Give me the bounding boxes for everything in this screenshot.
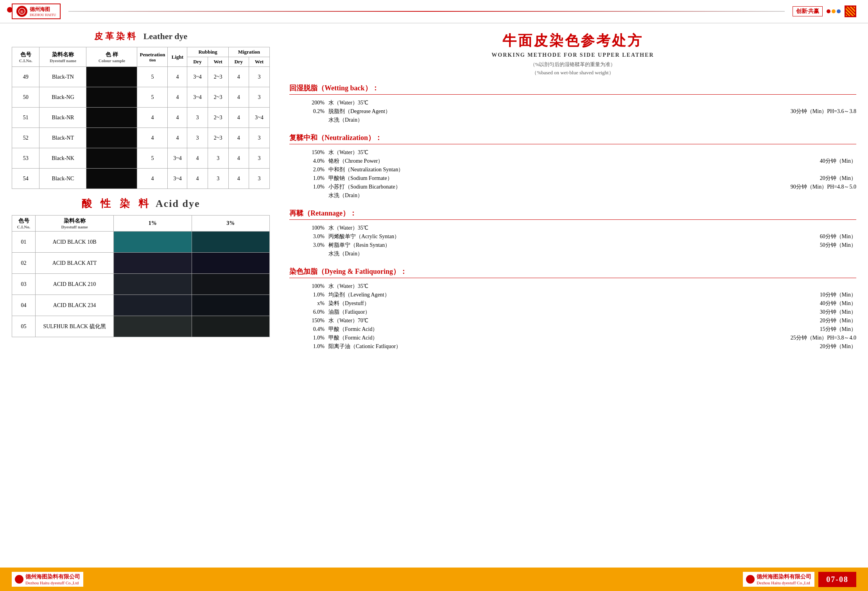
acid-cell-color3 xyxy=(192,253,270,274)
cell-name: Black-NG xyxy=(39,87,86,108)
acid-cell-name: ACID BLACK 210 xyxy=(36,274,114,295)
logo-text-block: 德州海图 DEZHOU HAITU xyxy=(30,6,56,17)
recipe-time: 50分钟（Min） xyxy=(755,242,856,249)
recipe-row: 0.2% 脱脂剂（Degrease Agent） 30分钟（Min）PH=3.6… xyxy=(297,108,856,115)
leather-dye-title: 皮革染料 Leather dye xyxy=(12,31,270,42)
footer-cn-left: 德州海图染料有限公司 xyxy=(25,573,80,580)
side-upper-title-en: WORKING METHODE FOR SIDE UPPER LEATHER xyxy=(289,52,856,58)
recipe-pct: 2.0% xyxy=(297,167,325,173)
recipe-pct: 4.0% xyxy=(297,158,325,164)
footer-cn-right: 德州海图染料有限公司 xyxy=(757,573,811,580)
cell-id: 50 xyxy=(12,87,39,108)
cell-mig-dry: 4 xyxy=(228,128,249,148)
recipe-row: 4.0% 铬粉（Chrome Power） 40分钟（Min） xyxy=(297,158,856,165)
recipe-desc: 水洗（Drain） xyxy=(328,117,755,124)
recipe-desc: 水（Water）35℃ xyxy=(328,283,755,290)
dot-red xyxy=(827,9,830,13)
recipe-time: 40分钟（Min） xyxy=(755,300,856,307)
recipe-pct: 150% xyxy=(297,318,325,324)
recipe-section-title: 染色加脂（Dyeing & Fatliquoring）： xyxy=(289,267,856,278)
th-rub-dry: Dry xyxy=(187,57,208,67)
footer-left: 德州海图染料有限公司 Dezhou Haitu dyestuff Co.,Ltd xyxy=(12,572,83,587)
acid-dye-section: 酸 性 染 料 Acid dye 色号 C.I.No. 染料名称 Dyestuf… xyxy=(12,197,270,337)
acid-cell-color1 xyxy=(114,295,192,316)
recipe-time: 20分钟（Min） xyxy=(755,343,856,350)
recipe-desc: 甲酸（Formic Acid） xyxy=(328,326,755,333)
cell-color-sample xyxy=(86,169,137,189)
cell-rub-wet: 3 xyxy=(208,169,228,189)
footer-right: 德州海图染料有限公司 Dezhou Haitu dyestuff Co.,Ltd… xyxy=(743,572,856,587)
recipe-desc: 甲酸钠（Sodium Formate） xyxy=(328,175,755,182)
header: 图 德州海图 DEZHOU HAITU 创新·共赢 xyxy=(0,0,868,23)
footer: 德州海图染料有限公司 Dezhou Haitu dyestuff Co.,Ltd… xyxy=(0,568,868,591)
cell-penetration: 5 xyxy=(137,87,168,108)
acid-cell-id: 03 xyxy=(12,274,36,295)
cell-id: 53 xyxy=(12,148,39,169)
cell-mig-dry: 4 xyxy=(228,148,249,169)
acid-th-1pct: 1% xyxy=(114,216,192,232)
acid-table-row: 02 ACID BLACK ATT xyxy=(12,253,270,274)
recipe-sections: 回湿脱脂（Wetting back）： 200% 水（Water）35℃ 0.2… xyxy=(289,83,856,353)
recipe-row: 1.0% 甲酸钠（Sodium Formate） 20分钟（Min） xyxy=(297,175,856,182)
recipe-desc: 铬粉（Chrome Power） xyxy=(328,158,755,165)
cell-color-sample xyxy=(86,148,137,169)
th-rubbing: Rubbing xyxy=(187,47,228,57)
recipe-row: 3.0% 丙烯酸单宁（Acrylic Syntan） 60分钟（Min） xyxy=(297,233,856,240)
recipe-time: 10分钟（Min） xyxy=(755,291,856,298)
recipe-time: 20分钟（Min） xyxy=(755,317,856,324)
right-section: 牛面皮染色参考处方 WORKING METHODE FOR SIDE UPPER… xyxy=(270,27,856,564)
dot-orange xyxy=(832,9,836,13)
recipe-pct: 0.4% xyxy=(297,326,325,332)
recipe-desc: 水洗（Drain） xyxy=(328,250,755,257)
acid-cell-id: 01 xyxy=(12,232,36,253)
recipe-section-title: 回湿脱脂（Wetting back）： xyxy=(289,83,856,95)
recipe-time: 30分钟（Min）PH=3.6～3.8 xyxy=(755,108,856,115)
recipe-pct: x% xyxy=(297,300,325,307)
recipe-time: 40分钟（Min） xyxy=(755,158,856,165)
cell-rub-wet: 3 xyxy=(208,148,228,169)
leather-table-row: 54 Black-NC 4 3~4 4 3 4 3 xyxy=(12,169,270,189)
acid-cell-id: 02 xyxy=(12,253,36,274)
cell-color-sample xyxy=(86,67,137,87)
cell-id: 49 xyxy=(12,67,39,87)
cell-light: 3~4 xyxy=(168,169,187,189)
innovation-box: 创新·共赢 xyxy=(793,6,823,16)
cell-penetration: 4 xyxy=(137,128,168,148)
recipe-section: 再鞣（Retannage）： 100% 水（Water）35℃ 3.0% 丙烯酸… xyxy=(289,208,856,260)
cell-rub-dry: 3 xyxy=(187,108,208,128)
footer-logo-circle-right xyxy=(746,575,755,584)
acid-cell-color3 xyxy=(192,232,270,253)
recipe-row: 1.0% 甲酸（Formic Acid） 25分钟（Min）PH=3.8～4.0 xyxy=(297,334,856,341)
dots-decoration xyxy=(827,9,841,13)
svg-text:图: 图 xyxy=(20,10,23,14)
acid-title-en: Acid dye xyxy=(156,198,200,209)
left-section: 皮革染料 Leather dye 色号 C.I.No. 染料名称 Dyestuf… xyxy=(12,27,270,564)
footer-logo-circle-left xyxy=(15,575,23,584)
cell-mig-wet: 3 xyxy=(249,128,269,148)
recipe-time: 20分钟（Min） xyxy=(755,175,856,182)
cell-light: 3~4 xyxy=(168,148,187,169)
recipe-pct: 6.0% xyxy=(297,309,325,315)
acid-th-3pct: 3% xyxy=(192,216,270,232)
page-number: 07-08 xyxy=(818,572,856,587)
leather-table-row: 52 Black-NT 4 4 3 2~3 4 3 xyxy=(12,128,270,148)
recipe-row: 2.0% 中和剂（Neutralization Syntan） xyxy=(297,166,856,173)
company-logo: 图 德州海图 DEZHOU HAITU xyxy=(12,4,61,19)
recipe-desc: 丙烯酸单宁（Acrylic Syntan） xyxy=(328,233,755,240)
side-upper-title-cn: 牛面皮染色参考处方 xyxy=(289,31,856,50)
recipe-desc: 水（Water）70℃ xyxy=(328,317,755,324)
recipe-row: 水洗（Drain） xyxy=(297,192,856,199)
cell-mig-dry: 4 xyxy=(228,169,249,189)
acid-table-row: 05 SULFHUR BLACK 硫化黑 xyxy=(12,316,270,337)
cell-penetration: 4 xyxy=(137,169,168,189)
recipe-pct: 100% xyxy=(297,283,325,289)
cell-color-sample xyxy=(86,87,137,108)
recipe-pct: 1.0% xyxy=(297,184,325,190)
acid-cell-name: ACID BLACK 234 xyxy=(36,295,114,316)
recipe-desc: 甲酸（Formic Acid） xyxy=(328,334,755,341)
acid-cell-name: ACID BLACK 10B xyxy=(36,232,114,253)
th-mig-wet: Wet xyxy=(249,57,269,67)
cell-mig-wet: 3 xyxy=(249,148,269,169)
recipe-rows: 100% 水（Water）35℃ 1.0% 均染剂（Leveling Agent… xyxy=(289,281,856,353)
th-dyestuff: 染料名称 Dyestuff name xyxy=(39,47,86,67)
